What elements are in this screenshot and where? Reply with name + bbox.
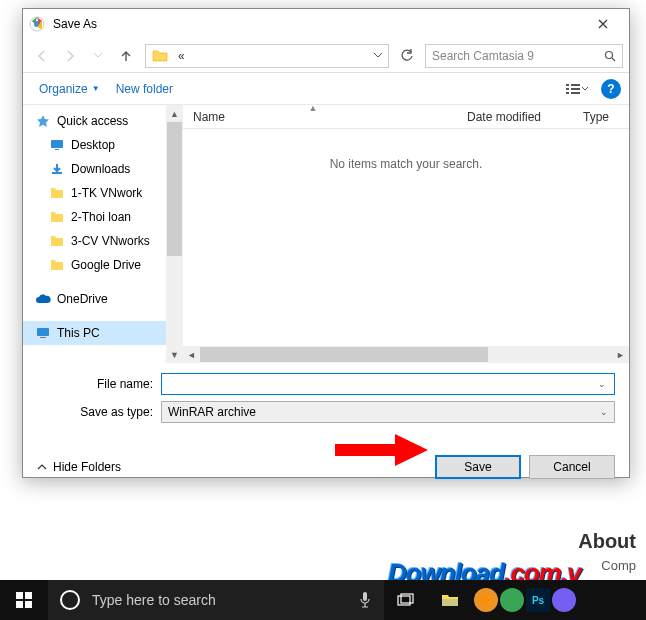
caret-down-icon: ▼ xyxy=(92,84,100,93)
navigation-pane[interactable]: Quick access Desktop 📌 Downloads 📌 1-TK … xyxy=(23,105,183,363)
svg-rect-16 xyxy=(25,601,32,608)
button-area: Hide Folders Save Cancel xyxy=(23,437,629,491)
tray-app-1[interactable] xyxy=(474,588,498,612)
taskbar: Type here to search Ps xyxy=(0,580,646,620)
forward-button[interactable] xyxy=(57,43,83,69)
start-button[interactable] xyxy=(0,580,48,620)
scroll-thumb[interactable] xyxy=(167,122,182,256)
scroll-up-button[interactable]: ▲ xyxy=(166,105,183,122)
path-dropdown-icon[interactable] xyxy=(368,53,388,58)
folder-2-label: 2-Thoi loan xyxy=(71,210,131,224)
svg-rect-4 xyxy=(571,84,580,86)
back-button[interactable] xyxy=(29,43,55,69)
bg-comp-text: Comp xyxy=(601,558,636,573)
horizontal-scrollbar[interactable]: ◄ ► xyxy=(183,346,629,363)
hscroll-track[interactable] xyxy=(200,346,612,363)
address-path: « xyxy=(174,49,368,63)
sidebar-item-onedrive[interactable]: OneDrive xyxy=(23,287,182,311)
sidebar-item-folder-2[interactable]: 2-Thoi loan xyxy=(23,205,182,229)
desktop-label: Desktop xyxy=(71,138,115,152)
save-type-value: WinRAR archive xyxy=(168,405,600,419)
view-options-button[interactable] xyxy=(559,78,595,100)
search-input[interactable] xyxy=(432,49,604,63)
up-button[interactable] xyxy=(113,43,139,69)
recent-locations-button[interactable] xyxy=(85,43,111,69)
scroll-left-button[interactable]: ◄ xyxy=(183,346,200,363)
close-button[interactable] xyxy=(583,10,623,38)
scroll-track[interactable] xyxy=(166,122,183,346)
search-box[interactable] xyxy=(425,44,623,68)
svg-rect-10 xyxy=(55,149,59,150)
file-list-pane: ▲ Name Date modified Type No items match… xyxy=(183,105,629,363)
organize-menu[interactable]: Organize ▼ xyxy=(31,78,108,100)
folder-3-label: 3-CV VNworks xyxy=(71,234,150,248)
main-area: Quick access Desktop 📌 Downloads 📌 1-TK … xyxy=(23,105,629,363)
dialog-title: Save As xyxy=(53,17,583,31)
hide-folders-button[interactable]: Hide Folders xyxy=(37,460,121,474)
folder-icon xyxy=(150,46,170,66)
taskbar-search-placeholder: Type here to search xyxy=(92,592,346,608)
tray-photoshop-icon[interactable]: Ps xyxy=(526,588,550,612)
combo-dropdown-icon[interactable]: ⌄ xyxy=(600,407,608,417)
sidebar-item-folder-1[interactable]: 1-TK VNwork xyxy=(23,181,182,205)
chrome-download-icon xyxy=(29,16,45,32)
task-view-button[interactable] xyxy=(384,580,428,620)
downloads-label: Downloads xyxy=(71,162,130,176)
sidebar-item-downloads[interactable]: Downloads 📌 xyxy=(23,157,182,181)
folder-icon xyxy=(49,185,65,201)
organize-label: Organize xyxy=(39,82,88,96)
tray-app-2[interactable] xyxy=(500,588,524,612)
help-button[interactable]: ? xyxy=(601,79,621,99)
new-folder-button[interactable]: New folder xyxy=(108,78,181,100)
file-list[interactable]: No items match your search. xyxy=(183,129,629,346)
taskbar-search[interactable]: Type here to search xyxy=(48,580,384,620)
sidebar-item-this-pc[interactable]: This PC xyxy=(23,321,182,345)
scroll-down-button[interactable]: ▼ xyxy=(166,346,183,363)
column-name[interactable]: Name xyxy=(183,105,457,128)
svg-rect-20 xyxy=(442,599,458,606)
desktop-icon xyxy=(49,137,65,153)
navigation-bar: « xyxy=(23,39,629,73)
microphone-icon[interactable] xyxy=(358,591,372,609)
svg-rect-5 xyxy=(566,88,569,90)
svg-rect-11 xyxy=(37,328,49,336)
scroll-right-button[interactable]: ► xyxy=(612,346,629,363)
save-type-combo[interactable]: WinRAR archive ⌄ xyxy=(161,401,615,423)
refresh-button[interactable] xyxy=(395,44,419,68)
sidebar-item-desktop[interactable]: Desktop 📌 xyxy=(23,133,182,157)
save-button[interactable]: Save xyxy=(435,455,521,479)
column-headers: Name Date modified Type xyxy=(183,105,629,129)
new-folder-label: New folder xyxy=(116,82,173,96)
column-date[interactable]: Date modified xyxy=(457,105,573,128)
save-as-dialog: Save As « xyxy=(22,8,630,478)
task-icons xyxy=(384,580,472,620)
svg-rect-6 xyxy=(571,88,580,90)
svg-rect-8 xyxy=(571,92,580,94)
tray-viber-icon[interactable] xyxy=(552,588,576,612)
windows-icon xyxy=(16,592,32,608)
address-bar[interactable]: « xyxy=(145,44,389,68)
sidebar-item-quick-access[interactable]: Quick access xyxy=(23,109,182,133)
svg-point-2 xyxy=(606,51,613,58)
sidebar-item-google-drive[interactable]: Google Drive xyxy=(23,253,182,277)
cancel-button[interactable]: Cancel xyxy=(529,455,615,479)
folder-icon xyxy=(49,209,65,225)
google-drive-label: Google Drive xyxy=(71,258,141,272)
nav-vertical-scrollbar[interactable]: ▲ ▼ xyxy=(166,105,183,363)
form-area: File name: ⌄ Save as type: WinRAR archiv… xyxy=(23,363,629,437)
onedrive-icon xyxy=(35,291,51,307)
toolbar: Organize ▼ New folder ? xyxy=(23,73,629,105)
svg-rect-15 xyxy=(16,601,23,608)
sort-indicator-icon: ▲ xyxy=(309,103,318,113)
hscroll-thumb[interactable] xyxy=(200,347,488,362)
column-type[interactable]: Type xyxy=(573,105,629,128)
file-name-input[interactable]: ⌄ xyxy=(161,373,615,395)
sidebar-item-folder-3[interactable]: 3-CV VNworks xyxy=(23,229,182,253)
svg-rect-12 xyxy=(40,337,46,338)
filename-dropdown-icon[interactable]: ⌄ xyxy=(596,379,608,389)
svg-rect-13 xyxy=(16,592,23,599)
search-icon[interactable] xyxy=(604,50,616,62)
file-explorer-taskbar-icon[interactable] xyxy=(428,580,472,620)
titlebar: Save As xyxy=(23,9,629,39)
svg-rect-17 xyxy=(363,592,367,601)
